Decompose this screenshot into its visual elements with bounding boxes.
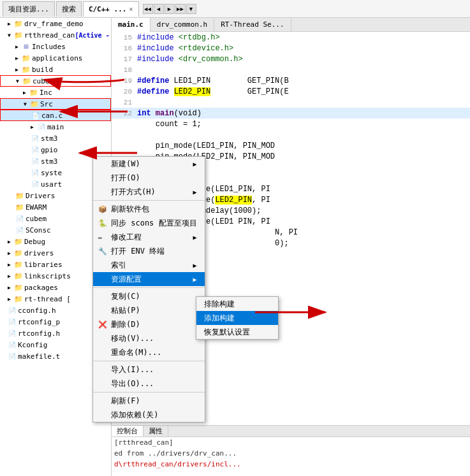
folder-icon: 📁 bbox=[15, 203, 24, 212]
menu-item-open-with[interactable]: 打开方式(H) ▶ bbox=[93, 185, 205, 199]
tab-search[interactable]: 搜索 bbox=[56, 1, 82, 17]
bottom-tab-properties[interactable]: 属性 bbox=[143, 426, 168, 436]
sub-menu-item-add-build[interactable]: 添加构建 bbox=[196, 311, 278, 325]
menu-item-move[interactable]: 移动(V)... bbox=[93, 331, 205, 345]
menu-item-sync-scons[interactable]: 🐍 同步 scons 配置至项目 bbox=[93, 216, 205, 230]
tree-arrow: ▶ bbox=[8, 262, 14, 268]
menu-item-refresh-pkg[interactable]: 📦 刷新软件包 bbox=[93, 202, 205, 216]
tree-arrow: ▶ bbox=[8, 296, 14, 302]
tree-arrow: ▶ bbox=[8, 21, 14, 27]
editor-tab-drv-common[interactable]: drv_common.h bbox=[151, 18, 214, 32]
tree-arrow: ▼ bbox=[24, 101, 30, 107]
tree-arrow: ▼ bbox=[8, 32, 14, 38]
bottom-panel: 控制台 属性 [rtthread_can] ed from ../drivers… bbox=[112, 425, 470, 476]
menu-item-export[interactable]: 导出(O)... bbox=[93, 377, 205, 391]
menu-item-resource-config[interactable]: 资源配置 ▶ bbox=[93, 272, 205, 286]
submenu-arrow-icon: ▶ bbox=[193, 262, 197, 269]
arrow-forward-forward[interactable]: ▶▶ bbox=[175, 4, 186, 14]
folder-icon: 📁 bbox=[14, 31, 23, 40]
tree-item-inc[interactable]: ▶ 📁 Inc bbox=[0, 87, 111, 98]
tree-item-applications[interactable]: ▶ 📁 applications bbox=[0, 52, 111, 64]
menu-item-rename[interactable]: 重命名(M)... bbox=[93, 345, 205, 359]
tree-arrow: ▶ bbox=[23, 90, 29, 96]
folder-icon: 📁 bbox=[14, 249, 23, 257]
tree-item-includes[interactable]: ▶ ⊞ Includes bbox=[0, 41, 111, 52]
file-icon: 📄 bbox=[31, 134, 40, 143]
folder-icon: 📁 bbox=[14, 19, 23, 28]
file-icon: 📄 bbox=[8, 317, 17, 326]
file-icon: 📄 bbox=[15, 226, 24, 234]
submenu-arrow-icon: ▶ bbox=[193, 234, 197, 241]
menu-item-delete[interactable]: ❌ 删除(D) bbox=[93, 317, 205, 331]
editor-tab-main-c[interactable]: main.c bbox=[112, 18, 151, 32]
close-icon[interactable]: × bbox=[129, 6, 133, 13]
file-icon: 📄 bbox=[31, 168, 40, 177]
tree-item-cubemx[interactable]: ▼ 📁 cubemx bbox=[0, 75, 111, 87]
file-icon: 📄 bbox=[8, 306, 17, 315]
folder-icon: 📁 bbox=[29, 88, 38, 97]
tree-item-drv-frame-demo[interactable]: ▶ 📁 drv_frame_demo bbox=[0, 18, 111, 29]
top-toolbar: 项目资源... 搜索 C/C++ ... × ◀◀ ◀ ▶ ▶▶ ▼ bbox=[0, 0, 470, 18]
arrow-dropdown[interactable]: ▼ bbox=[186, 4, 196, 14]
console-line-2: ed from ../drivers/drv_can... bbox=[112, 448, 470, 459]
menu-item-refresh[interactable]: 刷新(F) bbox=[93, 394, 205, 408]
tree-arrow: ▶ bbox=[15, 67, 22, 73]
menu-item-new[interactable]: 新建(W) ▶ bbox=[93, 157, 205, 171]
file-icon: 📄 bbox=[31, 145, 40, 154]
submenu-arrow-icon: ▶ bbox=[193, 276, 197, 283]
tree-item-rtthread-can[interactable]: ▼ 📁 rtthread_can [Active - Debug] bbox=[0, 29, 111, 41]
code-line-18: 18 bbox=[112, 64, 470, 75]
editor-tab-rt-thread[interactable]: RT-Thread Se... bbox=[214, 18, 291, 32]
menu-item-paste[interactable]: 粘贴(P) bbox=[93, 303, 205, 317]
sub-menu-item-restore[interactable]: 恢复默认设置 bbox=[196, 325, 278, 339]
submenu-arrow-icon: ▶ bbox=[193, 161, 197, 168]
tree-item-main[interactable]: ▶ 📄 main bbox=[0, 121, 111, 133]
file-icon: 📄 bbox=[8, 329, 17, 338]
terminal-icon: 🔧 bbox=[98, 247, 108, 256]
folder-icon: 📁 bbox=[22, 65, 31, 74]
submenu-arrow-icon: ▶ bbox=[193, 189, 197, 196]
tab-cpp[interactable]: C/C++ ... × bbox=[83, 1, 139, 17]
code-line-16: 16 #include <rtdevice.h> bbox=[112, 43, 470, 54]
folder-icon: 📁 bbox=[15, 191, 24, 200]
folder-icon: 📁 bbox=[14, 260, 23, 269]
menu-separator-3 bbox=[93, 361, 205, 361]
console-line-3: d\rtthread_can/drivers/incl... bbox=[112, 459, 470, 470]
edit-icon: ✏️ bbox=[98, 233, 108, 242]
tree-item-can-c[interactable]: 📄 can.c bbox=[0, 110, 111, 121]
menu-separator-2 bbox=[93, 287, 205, 288]
menu-item-modify[interactable]: ✏️ 修改工程 ▶ bbox=[93, 230, 205, 244]
arrow-forward[interactable]: ▶ bbox=[165, 4, 175, 14]
menu-item-open-env[interactable]: 🔧 打开 ENV 终端 bbox=[93, 244, 205, 258]
tab-project-explorer[interactable]: 项目资源... bbox=[3, 1, 55, 17]
code-line-20: 20 #define LED2_PIN GET_PIN(E bbox=[112, 86, 470, 97]
folder-icon: 📁 bbox=[14, 294, 23, 303]
folder-icon: 📁 bbox=[14, 271, 23, 280]
tree-item-gpio[interactable]: 📄 gpio bbox=[0, 144, 111, 155]
includes-icon: ⊞ bbox=[22, 42, 31, 51]
sub-menu-item-exclude[interactable]: 排除构建 bbox=[196, 297, 278, 311]
code-line-blank1 bbox=[112, 129, 470, 140]
tree-item-src[interactable]: ▼ 📁 Src bbox=[0, 98, 111, 110]
tree-item-build[interactable]: ▶ 📁 build bbox=[0, 64, 111, 75]
active-debug-badge: [Active - Debug] bbox=[75, 32, 111, 39]
arrow-back[interactable]: ◀ bbox=[154, 4, 164, 14]
code-line-17: 17 #include <drv_common.h> bbox=[112, 54, 470, 64]
sub-context-menu: 排除构建 添加构建 恢复默认设置 bbox=[196, 296, 279, 340]
arrow-back-back[interactable]: ◀◀ bbox=[143, 4, 153, 14]
package-icon: 📦 bbox=[98, 205, 108, 213]
menu-item-copy[interactable]: 复制(C) bbox=[93, 289, 205, 303]
menu-item-add-dep[interactable]: 添加依赖(关) bbox=[93, 408, 205, 422]
tree-item-stm3-1[interactable]: 📄 stm3 bbox=[0, 133, 111, 144]
tree-arrow: ▶ bbox=[8, 285, 14, 291]
file-icon: 📄 bbox=[8, 352, 17, 361]
menu-item-import[interactable]: 导入(I)... bbox=[93, 363, 205, 377]
tree-arrow: ▶ bbox=[8, 239, 14, 245]
bottom-tab-console[interactable]: 控制台 bbox=[112, 426, 143, 436]
tree-arrow: ▶ bbox=[8, 250, 14, 256]
file-c-icon: 📄 bbox=[31, 111, 40, 120]
folder-icon: 📁 bbox=[22, 76, 31, 85]
menu-item-index[interactable]: 索引 ▶ bbox=[93, 258, 205, 272]
menu-item-open[interactable]: 打开(O) bbox=[93, 171, 205, 185]
file-icon: 📄 bbox=[31, 157, 40, 166]
